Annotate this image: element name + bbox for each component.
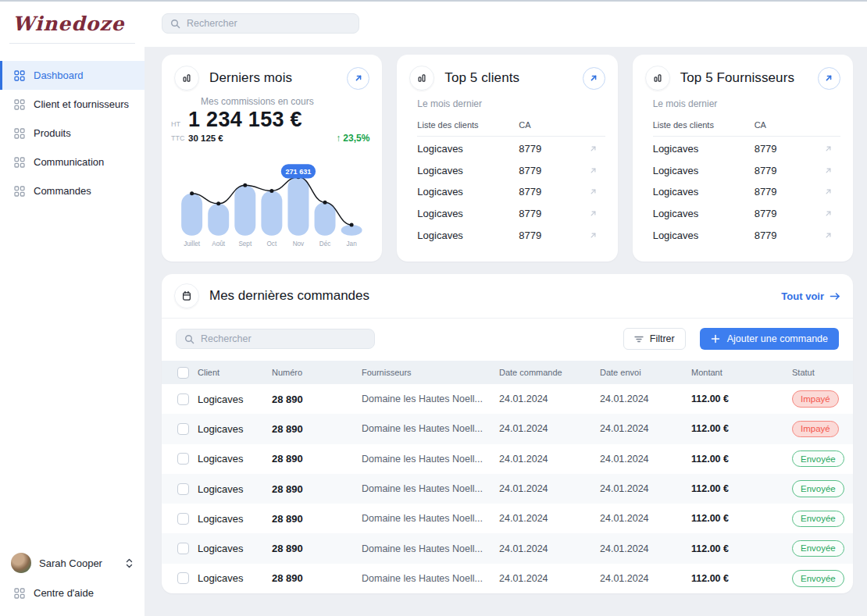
sidebar-item-label: Communication [34, 156, 104, 168]
filter-label: Filtrer [650, 333, 675, 344]
column-header-clients: Liste des clients [417, 120, 519, 130]
global-search[interactable] [162, 13, 359, 34]
window-top-edge [0, 0, 867, 2]
table-row[interactable]: Logicaves 28 890 Domaine les Hautes Noel… [162, 504, 853, 533]
orders-search-input[interactable] [201, 333, 366, 344]
sidebar-item[interactable]: Client et fournisseurs [0, 90, 144, 119]
filter-button[interactable]: Filtrer [623, 328, 686, 350]
view-all-label: Tout voir [781, 290, 824, 302]
open-top-clients-button[interactable] [583, 67, 605, 90]
external-link-icon[interactable] [589, 209, 598, 218]
external-link-icon[interactable] [824, 166, 833, 175]
cell-montant: 112.00 € [691, 454, 792, 465]
status-badge: Impayé [792, 390, 839, 407]
row-checkbox[interactable] [177, 572, 189, 584]
table-row[interactable]: Logicaves 28 890 Domaine les Hautes Noel… [162, 414, 853, 443]
card-subtitle: Le mois dernier [417, 98, 605, 109]
commissions-card: Derniers mois Mes commissions en cours H… [162, 55, 382, 262]
table-row[interactable]: Logicaves 28 890 Domaine les Hautes Noel… [162, 384, 853, 414]
cell-fournisseur: Domaine les Hautes Noell... [362, 454, 499, 465]
cell-client: Logicaves [198, 483, 272, 495]
sidebar-item[interactable]: Produits [0, 119, 144, 148]
sidebar-item[interactable]: Communication [0, 148, 144, 176]
cell-fournisseur: Domaine les Hautes Noell... [362, 423, 499, 434]
table-row[interactable]: Logicaves 28 890 Domaine les Hautes Noel… [162, 564, 853, 593]
grid-icon [14, 70, 25, 81]
supplier-row: Logicaves 8779 [653, 138, 833, 160]
cell-fournisseur: Domaine les Hautes Noell... [362, 393, 499, 404]
card-title: Top 5 Fournisseurs [680, 70, 818, 86]
cell-date-envoi: 24.01.2024 [600, 423, 691, 434]
client-name: Logicaves [417, 186, 519, 198]
arrow-right-icon [830, 292, 840, 301]
row-checkbox[interactable] [177, 423, 189, 435]
supplier-row: Logicaves 8779 [653, 203, 833, 225]
col-fournisseurs: Fournisseurs [362, 368, 499, 377]
table-row[interactable]: Logicaves 28 890 Domaine les Hautes Noel… [162, 444, 853, 474]
external-link-icon[interactable] [824, 209, 833, 218]
orders-search[interactable] [176, 329, 375, 349]
cell-date-envoi: 24.01.2024 [600, 393, 691, 404]
sidebar-item-label: Dashboard [34, 69, 84, 81]
sidebar-item[interactable]: Dashboard [0, 61, 144, 90]
svg-text:Nov: Nov [293, 240, 305, 247]
supplier-row: Logicaves 8779 [653, 181, 833, 203]
row-checkbox[interactable] [177, 513, 189, 525]
external-link-icon[interactable] [824, 231, 833, 240]
row-checkbox[interactable] [177, 453, 189, 465]
top-suppliers-list: Logicaves 8779 Logicaves 8779 [653, 138, 833, 246]
col-numero: Numéro [272, 368, 362, 377]
cell-date-commande: 24.01.2024 [499, 513, 600, 524]
cell-numero: 28 890 [272, 453, 362, 465]
cell-date-commande: 24.01.2024 [499, 543, 600, 554]
cell-date-envoi: 24.01.2024 [600, 483, 691, 494]
global-search-input[interactable] [187, 18, 351, 29]
cell-montant: 112.00 € [691, 483, 792, 494]
orders-table-body: Logicaves 28 890 Domaine les Hautes Noel… [162, 384, 853, 593]
client-name: Logicaves [417, 165, 519, 176]
add-order-button[interactable]: Ajouter une commande [700, 328, 839, 350]
help-center-link[interactable]: Centre d'aide [0, 579, 144, 616]
external-link-icon[interactable] [824, 144, 833, 153]
external-link-icon[interactable] [589, 166, 598, 175]
cell-date-envoi: 24.01.2024 [600, 454, 691, 465]
cell-fournisseur: Domaine les Hautes Noell... [362, 543, 499, 554]
supplier-ca: 8779 [755, 208, 824, 219]
open-top-suppliers-button[interactable] [818, 67, 840, 90]
external-link-icon[interactable] [589, 231, 598, 240]
svg-text:Juillet: Juillet [184, 240, 201, 247]
open-commissions-button[interactable] [347, 67, 369, 90]
sidebar-item[interactable]: Commandes [0, 176, 144, 205]
view-all-link[interactable]: Tout voir [781, 290, 840, 302]
status-badge: Impayé [792, 421, 839, 437]
external-link-icon[interactable] [589, 144, 598, 153]
cell-numero: 28 890 [272, 483, 362, 495]
external-link-icon[interactable] [824, 187, 833, 196]
cell-fournisseur: Domaine les Hautes Noell... [362, 483, 499, 494]
supplier-name: Logicaves [653, 165, 755, 176]
table-row[interactable]: Logicaves 28 890 Domaine les Hautes Noel… [162, 474, 853, 504]
plus-icon [711, 334, 720, 344]
row-checkbox[interactable] [177, 543, 189, 554]
row-checkbox[interactable] [177, 393, 189, 405]
table-row[interactable]: Logicaves 28 890 Domaine les Hautes Noel… [162, 533, 853, 563]
commissions-subtitle: Mes commissions en cours [201, 96, 369, 107]
cell-date-commande: 24.01.2024 [499, 454, 600, 465]
supplier-name: Logicaves [653, 143, 755, 155]
ht-label: HT [171, 120, 188, 128]
user-menu[interactable]: Sarah Cooper [0, 547, 144, 579]
status-badge: Envoyée [792, 570, 844, 586]
cell-montant: 112.00 € [691, 573, 792, 584]
svg-text:Août: Août [212, 240, 226, 247]
client-ca: 8779 [519, 208, 588, 219]
row-checkbox[interactable] [177, 483, 189, 495]
chevron-updown-icon[interactable] [125, 557, 134, 569]
select-all-checkbox[interactable] [177, 367, 189, 379]
cell-montant: 112.00 € [691, 393, 792, 404]
client-ca: 8779 [519, 230, 588, 241]
external-link-icon[interactable] [589, 187, 598, 196]
search-icon [184, 334, 194, 344]
divider [653, 136, 840, 137]
arrow-up-icon: ↑ [336, 133, 341, 144]
orders-table-header: Client Numéro Fournisseurs Date commande… [162, 361, 853, 384]
